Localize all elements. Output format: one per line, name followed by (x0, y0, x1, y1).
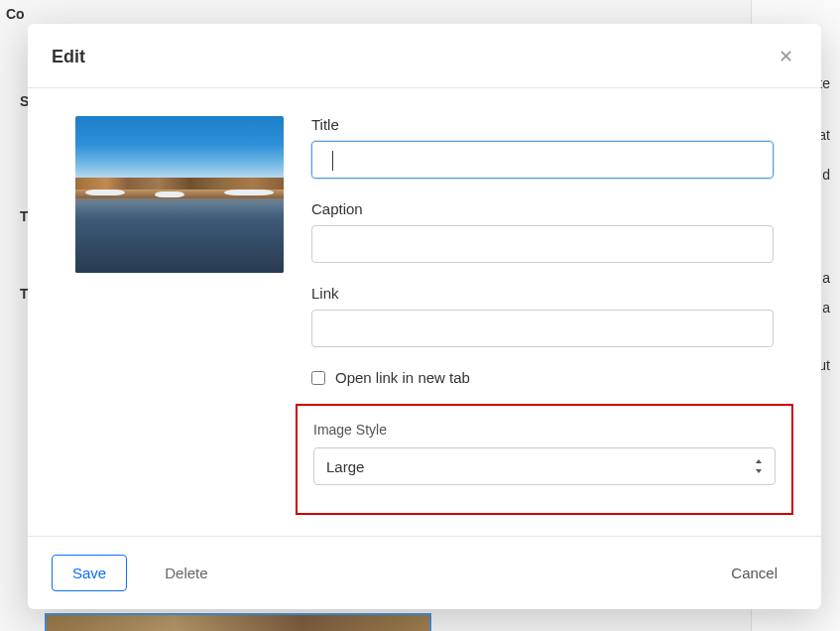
title-field: Title (311, 116, 774, 179)
link-label: Link (311, 285, 774, 302)
thumbnail-preview (75, 116, 284, 273)
image-style-label: Image Style (313, 422, 776, 438)
modal-title: Edit (52, 47, 85, 67)
close-icon[interactable]: ✕ (775, 44, 797, 69)
image-style-select[interactable]: Large (313, 447, 776, 485)
bg-image-strip (45, 613, 431, 631)
image-style-highlight: Image Style Large (296, 404, 793, 515)
title-input[interactable] (311, 141, 774, 179)
open-new-tab-label: Open link in new tab (335, 369, 470, 386)
text-cursor (332, 151, 333, 171)
modal-footer: Save Delete Cancel (28, 536, 821, 609)
bg-text-fragment: Co (6, 6, 25, 22)
modal-body: Title Caption Link Open link in new tab … (28, 88, 821, 536)
edit-form: Title Caption Link Open link in new tab … (311, 116, 774, 516)
modal-header: Edit ✕ (28, 24, 821, 88)
title-label: Title (311, 116, 774, 133)
caption-input[interactable] (311, 225, 774, 263)
image-style-value: Large (326, 458, 364, 475)
open-new-tab-row: Open link in new tab (311, 369, 774, 386)
save-button[interactable]: Save (52, 555, 127, 591)
cancel-button[interactable]: Cancel (711, 556, 797, 590)
edit-modal: Edit ✕ Title Caption Link (28, 24, 821, 609)
link-input[interactable] (311, 310, 774, 347)
open-new-tab-checkbox[interactable] (311, 371, 325, 385)
caption-field: Caption (311, 200, 774, 263)
image-thumbnail (75, 116, 284, 516)
caption-label: Caption (311, 200, 774, 217)
bg-text-fragment: d (822, 167, 830, 183)
link-field: Link (311, 285, 774, 347)
delete-button[interactable]: Delete (145, 556, 227, 590)
image-style-select-wrap: Large (313, 447, 776, 485)
chevron-up-down-icon (754, 459, 764, 473)
